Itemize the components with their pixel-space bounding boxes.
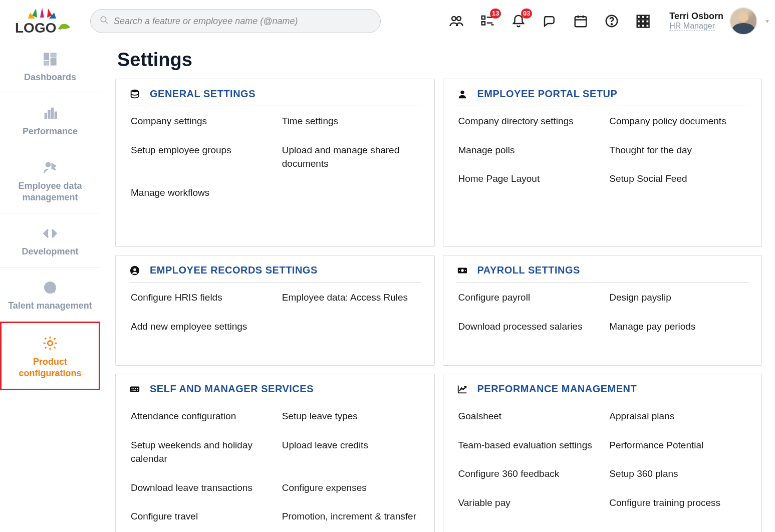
sidebar-item-development[interactable]: Development: [0, 213, 100, 267]
app-header: LOGO 13 03: [0, 0, 775, 39]
sidebar-item-label: Talent management: [8, 301, 92, 311]
link-team-based-evaluation[interactable]: Team-based evaluation settings: [456, 437, 598, 453]
people-icon[interactable]: [448, 13, 465, 30]
svg-point-15: [611, 24, 612, 25]
link-attendance-configuration[interactable]: Attendance configuration: [129, 408, 270, 424]
link-configure-expenses[interactable]: Configure expenses: [280, 480, 421, 496]
svg-rect-28: [44, 61, 49, 65]
svg-point-44: [465, 270, 466, 271]
notifications-badge: 03: [521, 9, 532, 19]
link-company-directory-settings[interactable]: Company directory settings: [456, 113, 598, 129]
link-setup-employee-groups[interactable]: Setup employee groups: [129, 142, 270, 172]
svg-rect-26: [51, 53, 56, 57]
global-search[interactable]: [90, 9, 381, 33]
svg-point-43: [459, 270, 460, 271]
svg-rect-18: [646, 16, 649, 19]
link-upload-leave-credits[interactable]: Upload leave credits: [280, 437, 421, 467]
card-title: GENERAL SETTINGS: [150, 88, 255, 100]
svg-line-2: [105, 21, 108, 24]
svg-point-36: [48, 341, 52, 345]
link-configure-hris-fields[interactable]: Configure HRIS fields: [129, 290, 270, 306]
help-icon[interactable]: [603, 13, 620, 30]
svg-rect-25: [44, 53, 49, 60]
link-appraisal-plans[interactable]: Appraisal plans: [607, 408, 748, 424]
apps-grid-icon[interactable]: [634, 13, 651, 30]
sidebar-item-performance[interactable]: Performance: [0, 93, 100, 147]
svg-rect-29: [45, 113, 47, 119]
svg-rect-27: [51, 59, 56, 65]
tasks-icon[interactable]: 13: [479, 13, 496, 30]
link-setup-leave-types[interactable]: Setup leave types: [280, 408, 421, 424]
link-configure-training-process[interactable]: Configure training process: [607, 495, 748, 511]
avatar[interactable]: [729, 7, 757, 35]
app-logo[interactable]: LOGO: [7, 6, 77, 37]
svg-point-1: [101, 17, 106, 22]
sidebar-item-employee-data[interactable]: Employee data management: [0, 147, 100, 213]
link-employee-data-access-rules[interactable]: Employee data: Access Rules: [280, 290, 421, 306]
notifications-icon[interactable]: 03: [510, 13, 527, 30]
sidebar-item-label: Development: [22, 246, 78, 257]
link-performance-potential[interactable]: Performance Potential: [607, 437, 748, 453]
link-upload-shared-documents[interactable]: Upload and manage shared documents: [280, 142, 421, 172]
user-name: Terri Osborn: [669, 11, 723, 22]
sidebar-item-label: Performance: [23, 126, 78, 137]
svg-rect-32: [55, 112, 57, 118]
link-company-policy-documents[interactable]: Company policy documents: [607, 113, 748, 129]
link-goalsheet[interactable]: Goalsheet: [456, 408, 598, 424]
link-setup-360-plans[interactable]: Setup 360 plans: [607, 466, 748, 482]
svg-rect-46: [132, 388, 133, 389]
svg-rect-30: [48, 111, 50, 119]
sidebar-item-talent-management[interactable]: Talent management: [0, 268, 100, 322]
tasks-badge: 13: [490, 9, 501, 19]
main-content: Settings GENERAL SETTINGS Company settin…: [100, 39, 775, 532]
link-download-processed-salaries[interactable]: Download processed salaries: [456, 319, 598, 335]
card-employee-portal: EMPLOYEE PORTAL SETUP Company directory …: [443, 79, 762, 247]
link-manage-pay-periods[interactable]: Manage pay periods: [607, 319, 748, 335]
keyboard-icon: [129, 384, 141, 395]
link-configure-payroll[interactable]: Configure payroll: [456, 290, 598, 306]
sidebar: Dashboards Performance Employee data man…: [0, 39, 100, 532]
calendar-icon[interactable]: [572, 13, 589, 30]
link-configure-360-feedback[interactable]: Configure 360 feedback: [456, 466, 598, 482]
svg-rect-50: [132, 390, 133, 391]
svg-point-42: [461, 269, 464, 272]
link-design-payslip[interactable]: Design payslip: [607, 290, 748, 306]
user-menu[interactable]: Terri Osborn HR Manager ▾: [669, 7, 769, 35]
svg-rect-45: [130, 386, 139, 392]
link-variable-pay[interactable]: Variable pay: [456, 495, 598, 511]
svg-point-33: [46, 163, 50, 167]
link-manage-workflows[interactable]: Manage workflows: [129, 185, 270, 201]
link-configure-travel[interactable]: Configure travel: [129, 508, 270, 524]
card-general-settings: GENERAL SETTINGS Company settings Time s…: [115, 79, 435, 247]
svg-rect-17: [642, 16, 645, 19]
card-self-manager-services: SELF AND MANAGER SERVICES Attendance con…: [115, 374, 435, 532]
chat-icon[interactable]: [541, 13, 558, 30]
card-title: PERFORMANCE MANAGEMENT: [477, 383, 637, 395]
link-add-new-employee-settings[interactable]: Add new employee settings: [129, 319, 270, 335]
link-manage-polls[interactable]: Manage polls: [456, 142, 598, 158]
svg-rect-31: [52, 108, 54, 118]
link-thought-for-the-day[interactable]: Thought for the day: [607, 142, 748, 158]
link-setup-weekends-holiday-calendar[interactable]: Setup weekends and holiday calendar: [129, 437, 270, 467]
svg-rect-23: [642, 24, 645, 27]
link-setup-social-feed[interactable]: Setup Social Feed: [607, 171, 748, 187]
empty-cell: [280, 185, 421, 201]
svg-rect-20: [642, 20, 645, 23]
card-performance-management: PERFORMANCE MANAGEMENT Goalsheet Apprais…: [443, 374, 762, 532]
sidebar-item-product-configurations[interactable]: Product configurations: [0, 322, 100, 390]
link-home-page-layout[interactable]: Home Page Layout: [456, 171, 598, 187]
link-time-settings[interactable]: Time settings: [280, 113, 421, 129]
svg-rect-10: [575, 17, 587, 27]
svg-text:LOGO: LOGO: [15, 20, 56, 36]
link-company-settings[interactable]: Company settings: [129, 113, 270, 129]
link-download-leave-transactions[interactable]: Download leave transactions: [129, 480, 270, 496]
money-icon: [456, 265, 468, 276]
search-input[interactable]: [114, 16, 371, 27]
svg-rect-6: [482, 22, 485, 25]
svg-rect-16: [637, 16, 640, 19]
page-title: Settings: [117, 49, 762, 71]
sidebar-item-dashboards[interactable]: Dashboards: [0, 39, 100, 93]
link-promotion-increment-transfer[interactable]: Promotion, increment & transfer: [280, 508, 421, 524]
chevron-down-icon: ▾: [765, 17, 769, 25]
card-title: SELF AND MANAGER SERVICES: [150, 383, 314, 395]
